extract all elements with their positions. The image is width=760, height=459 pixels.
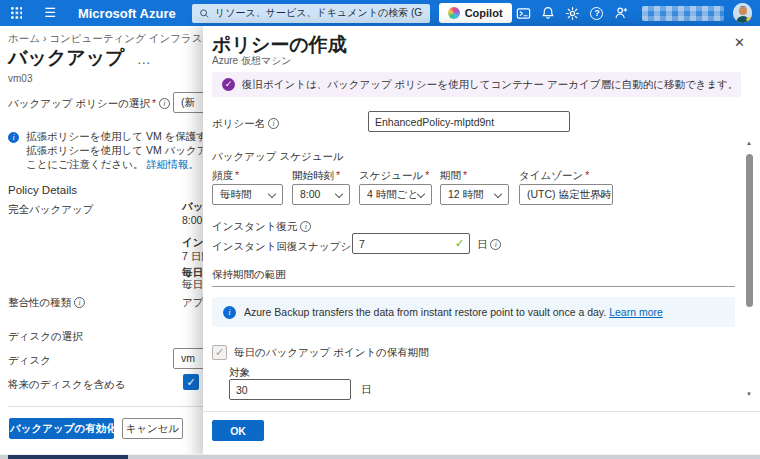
schedule-dropdown[interactable]: 4 時間ごと [359, 184, 432, 205]
help-button[interactable]: ? [585, 0, 609, 26]
timezone-dropdown[interactable]: (UTC) 協定世界時 [519, 184, 613, 205]
section-divider [212, 286, 735, 287]
disk-dropdown[interactable]: vm [173, 348, 203, 369]
breadcrumb-home-link[interactable]: ホーム [8, 32, 40, 44]
search-placeholder: リソース、サービス、ドキュメントの検索 (G+/) [215, 6, 423, 20]
help-icon: ? [590, 7, 603, 20]
account-avatar[interactable] [733, 3, 752, 23]
cancel-button[interactable]: キャンセル [122, 418, 183, 439]
breadcrumb-section-link[interactable]: コンピューティング インフラス [49, 32, 202, 44]
feedback-person-icon [614, 6, 628, 20]
copilot-button[interactable]: Copilot [439, 3, 512, 23]
info-icon: i [490, 239, 501, 250]
feedback-button[interactable] [609, 0, 633, 26]
info-icon: i [300, 221, 311, 232]
future-disks-checkbox[interactable]: ✓ [183, 374, 199, 390]
cloud-shell-button[interactable] [512, 0, 536, 26]
target-days-input[interactable] [229, 379, 351, 400]
footer-divider [203, 411, 760, 412]
settings-button[interactable] [560, 0, 584, 26]
vault-transfer-banner: i Azure Backup transfers the data from i… [212, 297, 735, 327]
chevron-down-icon [268, 190, 276, 198]
retention-range-heading: 保持期間の範囲 [212, 268, 286, 282]
duration-label: 期間* [440, 169, 467, 183]
info-icon: i [159, 98, 170, 109]
disk-section-heading: ディスクの選択 [8, 330, 83, 344]
consistency-value: アプリ [182, 296, 203, 310]
required-mark: * [152, 97, 156, 109]
extended-policy-note-line2: 拡張ポリシーを使用して VM バックアップを有効に [26, 144, 203, 158]
scrollbar-up-icon[interactable]: ▲ [744, 140, 754, 146]
daily-backup-checkbox[interactable]: ✓ [212, 345, 227, 360]
scrollbar-down-icon[interactable]: ▼ [744, 391, 754, 397]
frequency-label: 頻度* [212, 169, 239, 183]
full-backup-label: 完全バックアップ [8, 203, 93, 217]
chevron-down-icon [494, 190, 502, 198]
notifications-button[interactable] [536, 0, 560, 26]
page-title: バックアップ… [8, 45, 151, 71]
cloud-shell-icon [516, 6, 531, 21]
details-link[interactable]: 詳細情報。 [146, 158, 199, 170]
extended-policy-note-line1: 拡張ポリシーを使用して VM を保護すると、スナッ [26, 130, 203, 144]
extended-policy-note-line3: ことにご注意ください。 詳細情報。 [26, 158, 199, 172]
vault-transfer-text: Azure Backup transfers the data from ins… [244, 306, 606, 318]
info-icon: i [223, 306, 236, 319]
panel-subtitle: Azure 仮想マシン [212, 54, 292, 68]
instant-restore-label: インスタント復元 i [212, 220, 311, 234]
consistency-label: 整合性の種類 i [8, 296, 85, 310]
copilot-icon [448, 7, 460, 19]
account-info-redacted[interactable] [642, 6, 725, 21]
info-icon: i [74, 297, 85, 308]
duration-dropdown[interactable]: 12 時間 [440, 184, 509, 205]
bell-icon [541, 6, 555, 20]
daily-backup-label: 毎日のバックアップ ポイントの保有期間 [234, 346, 429, 360]
full-backup-value: バックア [182, 200, 203, 214]
policy-name-label: ポリシー名 i [212, 117, 279, 131]
policy-name-input[interactable] [368, 111, 570, 132]
target-label: 対象 [229, 366, 250, 380]
scrollbar-thumb[interactable] [746, 154, 753, 307]
full-backup-value: 7 日間 [182, 250, 203, 264]
archive-tier-banner: ✓ 復旧ポイントは、バックアップ ポリシーを使用してコンテナー アーカイブ層に自… [212, 72, 741, 97]
close-icon[interactable]: ✕ [734, 35, 745, 50]
info-icon: i [8, 132, 19, 143]
search-icon [199, 8, 209, 19]
start-time-label: 開始時刻* [292, 169, 340, 183]
policy-select-label: バックアップ ポリシーの選択* i [8, 97, 170, 111]
valid-check-icon: ✓ [455, 237, 464, 250]
learn-more-link[interactable]: Learn more [609, 306, 663, 318]
backup-schedule-heading: バックアップ スケジュール [212, 150, 344, 164]
schedule-label: スケジュール* [359, 169, 429, 183]
snapshot-retention-unit: 日 i [477, 238, 501, 252]
more-menu-icon[interactable]: … [137, 51, 151, 67]
archive-banner-text: 復旧ポイントは、バックアップ ポリシーを使用してコンテナー アーカイブ層に自動的… [242, 78, 731, 90]
global-search-input[interactable]: リソース、サービス、ドキュメントの検索 (G+/) [192, 4, 430, 23]
snapshot-retention-input[interactable] [352, 233, 470, 254]
footer-divider [8, 406, 203, 407]
target-unit: 日 [361, 383, 372, 397]
info-icon: i [268, 118, 279, 129]
brand-title[interactable]: Microsoft Azure [78, 6, 176, 21]
full-backup-value: 毎日 [182, 278, 203, 292]
create-policy-panel: ポリシーの作成 ✕ Azure 仮想マシン ✓ 復旧ポイントは、バックアップ ポ… [203, 26, 760, 459]
breadcrumb: ホーム › コンピューティング インフラス [8, 32, 202, 46]
enable-backup-button[interactable]: バックアップの有効化 [9, 418, 114, 439]
disk-label: ディスク [8, 354, 51, 368]
frequency-dropdown[interactable]: 毎時間 [212, 184, 283, 205]
ok-button[interactable]: OK [212, 420, 264, 441]
hamburger-menu-icon[interactable]: ☰ [44, 0, 56, 26]
chevron-down-icon [335, 190, 343, 198]
avatar-photo [733, 3, 752, 23]
timezone-label: タイムゾーン* [519, 169, 589, 183]
backup-blade: ホーム › コンピューティング インフラス バックアップ… vm03 バックアッ… [0, 26, 203, 459]
full-backup-value: インスタ [182, 236, 203, 250]
full-backup-value: 8:00 [182, 214, 202, 226]
taskbar-fragment [8, 455, 128, 459]
policy-select-dropdown[interactable]: (新 [173, 92, 203, 113]
page-subtitle: vm03 [8, 73, 32, 84]
breadcrumb-separator: › [43, 32, 47, 44]
app-launcher-icon[interactable] [11, 7, 22, 19]
gear-icon [565, 6, 580, 21]
start-time-dropdown[interactable]: 8:00 [292, 184, 350, 205]
azure-portal-screen: ☰ Microsoft Azure リソース、サービス、ドキュメントの検索 (G… [0, 0, 760, 459]
